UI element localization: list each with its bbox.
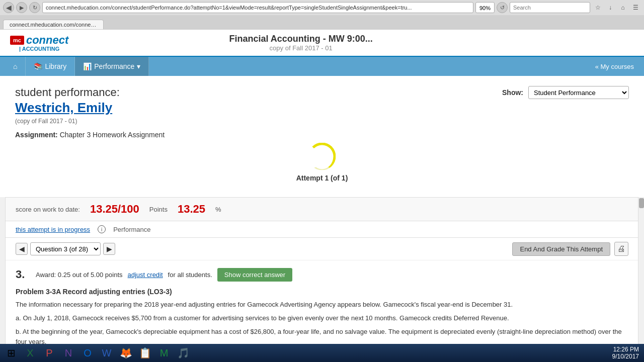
question-details: Award: 0.25 out of 5.00 points adjust cr… (36, 268, 292, 282)
score-points: Points (149, 206, 168, 213)
taskbar-powerpoint-button[interactable]: P (40, 345, 58, 361)
taskbar-outlook-button[interactable]: O (78, 345, 97, 361)
course-info: Financial Accounting - MW 9:00... copy o… (229, 34, 372, 52)
windows-icon: ⊞ (7, 347, 16, 359)
end-grade-button[interactable]: End And Grade This Attempt (512, 242, 610, 256)
library-icon: 📚 (34, 62, 42, 70)
score-value: 13.25/100 (90, 203, 139, 216)
perf-tab[interactable]: Performance (113, 226, 150, 233)
app3-icon: 🎵 (177, 347, 190, 359)
problem-title: Problem 3-3A Record adjusting entries (L… (16, 288, 628, 296)
next-question-button[interactable]: ▶ (103, 243, 115, 255)
word-icon: W (102, 347, 112, 359)
question-select[interactable]: Question 3 (of 28) (30, 242, 101, 255)
connect-logo: mc connect | ACCOUNTING (10, 34, 68, 52)
nav-my-courses[interactable]: « My courses (590, 63, 639, 70)
content-wrapper: score on work to date: 13.25/100 Points … (0, 197, 644, 362)
q-nav-right: End And Grade This Attempt 🖨 (512, 242, 628, 256)
performance-icon: 📊 (83, 62, 92, 70)
attempt-info: Attempt 1 (of 1) (15, 174, 629, 182)
problem-intro: The information necessary for preparing … (16, 300, 628, 310)
student-name-link[interactable]: Westrich, Emily (15, 100, 165, 116)
nav-bar: ⌂ 📚 Library 📊 Performance ▾ « My courses (0, 57, 644, 76)
taskbar-start-button[interactable]: ⊞ (2, 345, 20, 361)
taskbar-word-button[interactable]: W (98, 345, 116, 361)
bookmark-button[interactable]: ☆ (592, 2, 603, 13)
nav-performance[interactable]: 📊 Performance ▾ (75, 57, 149, 76)
show-row: Show: Student Performance Assignment Per… (502, 86, 629, 99)
show-correct-answer-button[interactable]: Show correct answer (217, 268, 292, 282)
student-perf-header: student performance: Westrich, Emily (co… (15, 86, 629, 139)
tabs-row: this attempt is in progress i Performanc… (6, 221, 638, 238)
course-title: Financial Accounting - MW 9:00... (229, 34, 372, 44)
menu-button[interactable]: ☰ (630, 2, 641, 13)
score-pct: 13.25 (178, 203, 205, 216)
adjust-credit-link[interactable]: adjust credit (128, 271, 163, 279)
page-title: student performance: (15, 86, 165, 99)
browser-search-input[interactable] (510, 2, 590, 13)
url-bar[interactable] (42, 2, 473, 13)
award-row: Award: 0.25 out of 5.00 points adjust cr… (36, 268, 292, 282)
taskbar-firefox-button[interactable]: 🦊 (117, 345, 135, 361)
home-nav-button[interactable]: ⌂ (617, 2, 628, 13)
show-select[interactable]: Student Performance Assignment Performan… (528, 86, 629, 99)
score-label: score on work to date: (16, 206, 80, 213)
taskbar-time: 12:26 PM 9/10/2017 (612, 346, 642, 360)
app1-icon: 📋 (139, 347, 151, 359)
print-button[interactable]: 🖨 (614, 242, 628, 256)
logo-box: mc (10, 36, 24, 45)
course-subtitle: copy of Fall 2017 - 01 (229, 44, 372, 52)
performance-dropdown-icon: ▾ (137, 62, 140, 70)
powerpoint-icon: P (46, 347, 52, 359)
forward-button[interactable]: ▶ (16, 2, 27, 13)
assignment-value: Chapter 3 Homework Assignment (60, 131, 165, 139)
problem-item-a: a. On July 1, 2018, Gamecock receives $5… (16, 313, 628, 324)
zoom-level: 90% (475, 2, 495, 13)
taskbar-excel-button[interactable]: X (21, 345, 39, 361)
outlook-icon: O (84, 347, 92, 359)
show-label: Show: (502, 88, 523, 97)
nav-performance-label: Performance (94, 62, 134, 70)
adjust-suffix: for all students. (168, 271, 212, 279)
q-nav-left: ◀ Question 3 (of 28) ▶ (16, 242, 115, 255)
excel-icon: X (27, 347, 33, 359)
back-button[interactable]: ◀ (3, 2, 14, 13)
firefox-icon: 🦊 (120, 347, 132, 359)
nav-library[interactable]: 📚 Library (26, 57, 75, 76)
date: 9/10/2017 (612, 353, 639, 360)
logo-text: connect (26, 34, 68, 47)
clock: 12:26 PM (612, 346, 639, 353)
nav-home[interactable]: ⌂ (5, 57, 26, 76)
app2-icon: M (160, 347, 169, 359)
assignment-info: Assignment: Chapter 3 Homework Assignmen… (15, 131, 165, 139)
download-button[interactable]: ↓ (605, 2, 616, 13)
score-header: score on work to date: 13.25/100 Points … (6, 198, 638, 221)
scrollbar-thumb (639, 198, 644, 208)
browser-tab[interactable]: connect.mheducation.com/connect/stu... (3, 20, 104, 29)
question-row: 3. Award: 0.25 out of 5.00 points adjust… (16, 268, 628, 282)
award-text: Award: 0.25 out of 5.00 points (36, 271, 123, 279)
assignment-label: Assignment: (15, 131, 58, 139)
taskbar-app3-button[interactable]: 🎵 (174, 345, 192, 361)
prev-question-button[interactable]: ◀ (16, 243, 28, 255)
taskbar: ⊞ X P N O W 🦊 📋 M 🎵 12:26 PM 9/10/2017 (0, 344, 644, 362)
taskbar-app2-button[interactable]: M (155, 345, 173, 361)
refresh-button[interactable]: ↺ (497, 2, 508, 13)
attempt-progress[interactable]: this attempt is in progress (16, 226, 90, 233)
scrollbar[interactable] (638, 197, 644, 362)
question-nav: ◀ Question 3 (of 28) ▶ End And Grade Thi… (6, 238, 638, 260)
taskbar-app1-button[interactable]: 📋 (136, 345, 154, 361)
taskbar-onenote-button[interactable]: N (59, 345, 77, 361)
reload-button[interactable]: ↻ (29, 2, 40, 13)
nav-left: ⌂ 📚 Library 📊 Performance ▾ (5, 57, 149, 76)
nav-library-label: Library (45, 62, 66, 70)
info-icon[interactable]: i (98, 225, 106, 233)
onenote-icon: N (65, 347, 72, 359)
app-header: mc connect | ACCOUNTING Financial Accoun… (0, 30, 644, 57)
page-content: student performance: Westrich, Emily (co… (0, 76, 644, 197)
copy-info: (copy of Fall 2017 - 01) (15, 118, 165, 125)
spinner-container (15, 144, 629, 169)
loading-spinner (308, 143, 336, 170)
score-box: score on work to date: 13.25/100 Points … (5, 197, 639, 362)
student-perf-left: student performance: Westrich, Emily (co… (15, 86, 165, 139)
